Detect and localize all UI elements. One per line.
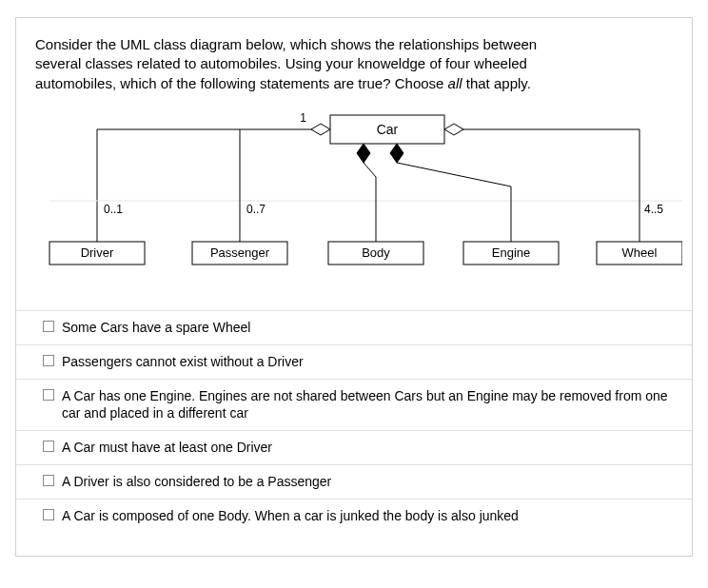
checkbox-icon[interactable] [43, 321, 54, 332]
answer-list: Some Cars have a spare Wheel Passengers … [16, 310, 692, 533]
body-label: Body [362, 245, 390, 260]
wheel-label: Wheel [622, 245, 658, 260]
mult-wheel: 4..5 [644, 203, 663, 216]
answer-text: A Car must have at least one Driver [62, 439, 673, 457]
answer-option[interactable]: A Car must have at least one Driver [16, 431, 692, 465]
question-emph: all [448, 75, 462, 91]
question-text: Consider the UML class diagram below, wh… [35, 35, 673, 93]
svg-marker-21 [444, 124, 463, 135]
answer-text: A Car has one Engine. Engines are not sh… [62, 387, 673, 423]
question-line: that apply. [462, 75, 531, 91]
checkbox-icon[interactable] [43, 475, 54, 486]
answer-text: Some Cars have a spare Wheel [62, 319, 673, 337]
answer-option[interactable]: A Car is composed of one Body. When a ca… [16, 500, 692, 533]
answer-text: A Car is composed of one Body. When a ca… [62, 507, 673, 525]
checkbox-icon[interactable] [43, 509, 54, 520]
driver-label: Driver [81, 245, 114, 260]
svg-marker-13 [357, 144, 370, 163]
checkbox-icon[interactable] [43, 389, 54, 401]
answer-option[interactable]: Some Cars have a spare Wheel [16, 311, 692, 345]
answer-text: Passengers cannot exist without a Driver [62, 353, 673, 371]
svg-marker-7 [311, 124, 330, 135]
answer-text: A Driver is also considered to be a Pass… [62, 473, 673, 491]
uml-diagram: Car Driver Passenger Body Engine Wheel 1 [35, 110, 692, 301]
svg-marker-17 [390, 144, 403, 163]
svg-line-14 [364, 163, 376, 177]
answer-option[interactable]: A Car has one Engine. Engines are not sh… [16, 380, 692, 432]
question-line: Consider the UML class diagram below, wh… [35, 36, 537, 52]
engine-label: Engine [492, 245, 530, 260]
car-label: Car [377, 122, 399, 137]
question-line: several classes related to automobiles. … [35, 55, 527, 71]
mult-passenger: 0..7 [246, 203, 266, 216]
checkbox-icon[interactable] [43, 441, 54, 452]
question-line: automobiles, which of the following stat… [35, 75, 448, 91]
question-card: Consider the UML class diagram below, wh… [15, 17, 693, 557]
answer-option[interactable]: A Driver is also considered to be a Pass… [16, 465, 692, 500]
mult-car: 1 [300, 111, 306, 125]
svg-line-18 [397, 163, 511, 186]
answer-option[interactable]: Passengers cannot exist without a Driver [16, 345, 692, 380]
checkbox-icon[interactable] [43, 355, 54, 366]
mult-driver: 0..1 [104, 203, 123, 216]
passenger-label: Passenger [210, 245, 270, 260]
